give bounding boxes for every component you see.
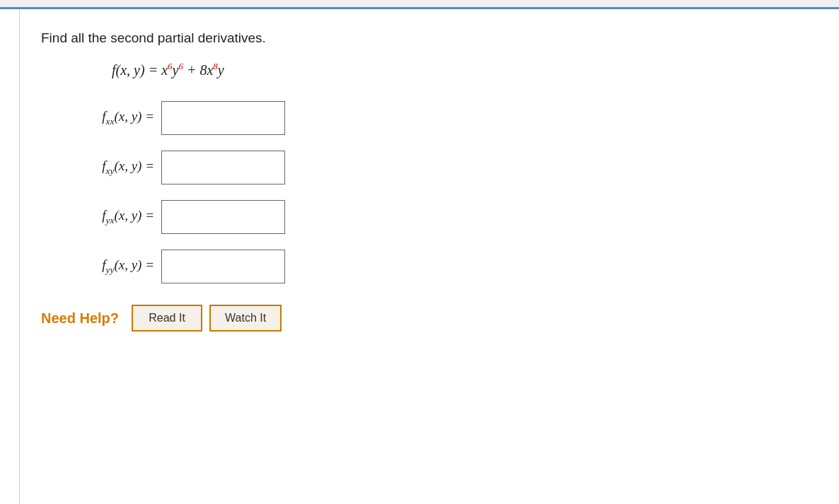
derivative-label-fyx: fyx(x, y) =	[41, 208, 161, 226]
read-it-button[interactable]: Read It	[132, 305, 202, 332]
derivative-row-fyy: fyy(x, y) =	[41, 250, 811, 283]
input-fxx[interactable]	[161, 101, 285, 135]
help-row: Need Help? Read It Watch It	[41, 305, 811, 332]
input-fyx[interactable]	[161, 200, 285, 234]
derivative-row-fyx: fyx(x, y) =	[41, 200, 811, 234]
watch-it-button[interactable]: Watch It	[209, 305, 282, 332]
derivative-label-fxy: fxy(x, y) =	[41, 158, 161, 177]
derivative-row-fxy: fxy(x, y) =	[41, 151, 811, 184]
content-area: Find all the second partial derivatives.…	[20, 9, 839, 504]
need-help-label: Need Help?	[41, 310, 119, 327]
left-border	[0, 9, 20, 504]
problem-title: Find all the second partial derivatives.	[41, 30, 811, 46]
input-fyy[interactable]	[161, 250, 285, 283]
derivative-row-fxx: fxx(x, y) =	[41, 101, 811, 135]
function-display: f(x, y) = x6y6 + 8x8y	[112, 60, 811, 80]
page-container: Find all the second partial derivatives.…	[0, 7, 839, 504]
derivative-label-fxx: fxx(x, y) =	[41, 109, 161, 127]
input-fxy[interactable]	[161, 151, 285, 184]
derivative-label-fyy: fyy(x, y) =	[41, 257, 161, 276]
function-label: f(x, y) = x6y6 + 8x8y	[112, 62, 224, 78]
